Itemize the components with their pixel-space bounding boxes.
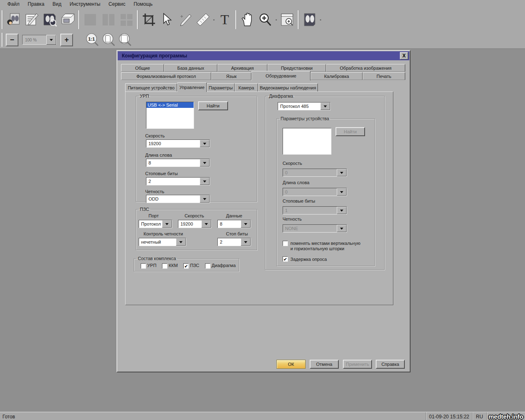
ruler-dropdown-dot-icon[interactable] xyxy=(213,19,215,21)
layout-grid-icon xyxy=(118,11,135,29)
ruler-icon[interactable] xyxy=(194,11,212,29)
dropper-icon[interactable] xyxy=(176,11,194,29)
complex-urp-checkbox[interactable]: УРП xyxy=(141,263,156,269)
dev-word-value: 0 xyxy=(283,188,337,196)
urp-speed-combo[interactable]: 19200 xyxy=(146,139,210,148)
urp-parity-label: Четность xyxy=(145,189,164,194)
urp-parity-combo[interactable]: ODD xyxy=(146,195,210,203)
subtab-camera[interactable]: Камера xyxy=(235,83,258,91)
view-image-icon[interactable] xyxy=(41,11,58,29)
subtab-power-device[interactable]: Питающее устройство xyxy=(125,83,177,91)
urp-speed-dropdown-button[interactable] xyxy=(200,140,210,147)
zoom-in-icon[interactable] xyxy=(257,11,274,29)
zoom-region-icon[interactable] xyxy=(278,11,296,29)
complex-group: Состав комплекса УРП ККМ ✔ ПЗС Диафрагма xyxy=(134,256,239,272)
pzs-stopbits-dropdown-button[interactable] xyxy=(241,238,251,246)
zoom-dropdown-dot-icon[interactable] xyxy=(276,19,277,21)
complex-pzs-checkbox[interactable]: ✔ ПЗС xyxy=(183,263,199,269)
tab-formalized-protocol[interactable]: Формализованный протокол xyxy=(121,72,211,80)
pzs-speed-combo[interactable]: 19200 xyxy=(178,220,212,228)
menu-edit[interactable]: Правка xyxy=(24,0,49,8)
dev-parity-value: NONE xyxy=(283,225,337,232)
zoom-out-button[interactable]: − xyxy=(6,34,18,46)
tab-database[interactable]: База данных xyxy=(164,64,217,72)
pzs-data-combo[interactable]: 8 xyxy=(217,220,251,228)
urp-stopbits-dropdown-button[interactable] xyxy=(200,178,210,185)
edit-protocol-icon[interactable] xyxy=(23,11,40,29)
cursor-icon[interactable] xyxy=(158,11,176,29)
subtab-parameters[interactable]: Параметры xyxy=(207,83,235,91)
urp-find-button[interactable]: Найти xyxy=(198,101,228,110)
urp-device-item[interactable]: USB <-> Serial xyxy=(146,102,194,108)
ok-button[interactable]: ОК xyxy=(276,360,306,369)
chevron-down-icon xyxy=(340,210,343,212)
pzs-parity-value: нечетный xyxy=(139,238,176,246)
pzs-parity-combo[interactable]: нечетный xyxy=(139,238,186,246)
svg-text:1:1: 1:1 xyxy=(88,37,95,41)
tab-language[interactable]: Язык xyxy=(211,72,251,80)
tab-general[interactable]: Общие xyxy=(121,64,164,72)
lung-image-icon[interactable] xyxy=(301,11,318,29)
fit-width-button[interactable] xyxy=(118,32,132,47)
menu-file[interactable]: Файл xyxy=(3,0,24,8)
zoom-level-dropdown-button[interactable] xyxy=(46,35,56,45)
tab-equipment[interactable]: Оборудование xyxy=(251,71,310,80)
cancel-button[interactable]: Отмена xyxy=(310,360,339,369)
status-language: RU xyxy=(472,412,487,420)
checkbox-checked-icon[interactable]: ✔ xyxy=(283,256,288,262)
zoom-level-combo[interactable]: 100 % xyxy=(22,35,57,45)
help-button[interactable]: Справка xyxy=(376,360,405,369)
tab-image-processing[interactable]: Обработка изображения xyxy=(326,64,405,72)
close-icon[interactable]: X xyxy=(400,52,408,59)
tab-calibration[interactable]: Калибровка xyxy=(310,72,363,80)
text-tool-icon[interactable]: T xyxy=(216,11,233,29)
device-params-list[interactable] xyxy=(283,128,331,155)
subtab-control[interactable]: Управление xyxy=(177,82,207,92)
urp-parity-dropdown-button[interactable] xyxy=(200,195,210,203)
pzs-port-dropdown-button[interactable] xyxy=(162,220,172,228)
diaphragm-protocol-dropdown-button[interactable] xyxy=(320,103,330,110)
urp-stopbits-combo[interactable]: 2 xyxy=(146,177,210,185)
actual-size-button[interactable]: 1:1 xyxy=(85,32,100,47)
fit-page-button[interactable] xyxy=(101,32,116,47)
checkbox-icon[interactable] xyxy=(162,263,167,269)
urp-device-list[interactable]: USB <-> Serial xyxy=(146,102,194,129)
dev-stopbits-dropdown-button xyxy=(337,207,347,214)
menu-help[interactable]: Помощь xyxy=(130,0,157,8)
pzs-speed-dropdown-button[interactable] xyxy=(201,220,211,228)
urp-word-combo[interactable]: 8 xyxy=(146,159,210,167)
crop-icon[interactable] xyxy=(140,11,158,29)
chevron-down-icon xyxy=(203,143,206,145)
dev-parity-combo: NONE xyxy=(283,224,347,233)
menu-view[interactable]: Вид xyxy=(48,0,66,8)
complex-diaphragm-checkbox[interactable]: Диафрагма xyxy=(205,263,236,269)
diaphragm-protocol-combo[interactable]: Протокол 485 xyxy=(278,102,331,110)
poll-delay-checkbox[interactable]: ✔ Задержка опроса xyxy=(283,256,327,262)
checkbox-icon[interactable] xyxy=(141,263,146,269)
lung-dropdown-dot-icon[interactable] xyxy=(320,19,321,21)
print-export-icon[interactable] xyxy=(59,11,76,29)
menu-tools[interactable]: Инструменты xyxy=(66,0,105,8)
dev-word-label: Длина слова xyxy=(283,180,309,185)
patient-icon[interactable] xyxy=(5,11,22,29)
checkbox-checked-icon[interactable]: ✔ xyxy=(183,263,189,269)
subtab-surveillance-cameras[interactable]: Видеокамеры наблюдения xyxy=(258,83,318,91)
complex-kkm-checkbox[interactable]: ККМ xyxy=(162,263,178,269)
checkbox-icon[interactable] xyxy=(205,263,210,269)
pzs-data-value: 8 xyxy=(218,220,241,228)
zoom-in-button[interactable]: + xyxy=(60,34,73,46)
pzs-port-combo[interactable]: Протокол xyxy=(139,220,172,228)
control-tab-panel: УРП USB <-> Serial Найти Скорость 19200 … xyxy=(125,91,393,305)
pzs-parity-dropdown-button[interactable] xyxy=(176,238,186,246)
workspace: Конфигурация программы X Общие База данн… xyxy=(0,49,525,412)
menu-service[interactable]: Сервис xyxy=(105,0,130,8)
pzs-stopbits-combo[interactable]: 2 xyxy=(217,238,251,246)
pzs-data-dropdown-button[interactable] xyxy=(241,220,251,228)
dialog-title-bar: Конфигурация программы X xyxy=(118,51,409,60)
checkbox-icon[interactable] xyxy=(283,241,288,246)
tab-print[interactable]: Печать xyxy=(363,72,405,80)
swap-shutters-checkbox[interactable]: поменять местами вертикальную и горизонт… xyxy=(283,241,361,251)
urp-word-dropdown-button[interactable] xyxy=(200,159,210,167)
diaphragm-group-legend: Диафрагма xyxy=(268,94,294,98)
pan-hand-icon[interactable] xyxy=(239,11,256,29)
